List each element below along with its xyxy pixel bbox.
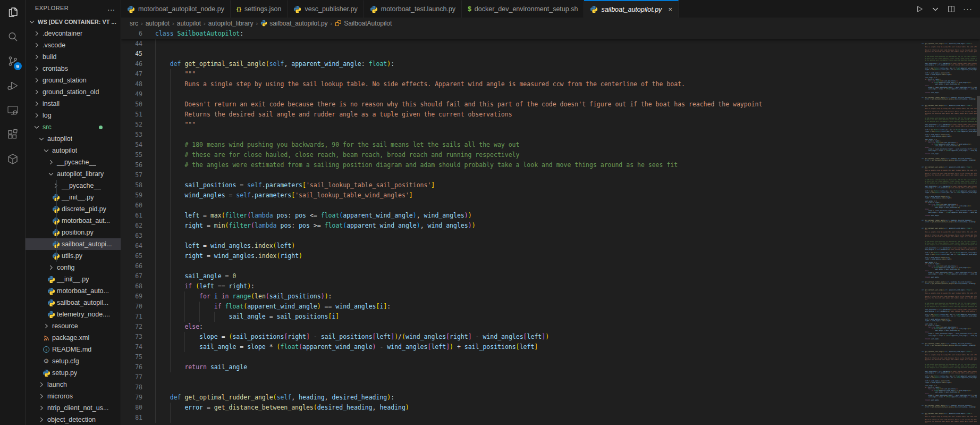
tree-item-setup.py[interactable]: setup.py xyxy=(26,367,121,379)
code-line-75[interactable]: 75 xyxy=(121,352,980,362)
tree-item-build[interactable]: build xyxy=(26,51,121,63)
code-line-79[interactable]: 79 def get_optimal_rudder_angle(self, he… xyxy=(121,393,980,403)
tree-item-readme.md[interactable]: iREADME.md xyxy=(26,344,121,355)
remote-explorer-icon[interactable] xyxy=(0,98,26,122)
code-line-73[interactable]: 73 slope = (sail_positions[right] - sail… xyxy=(121,332,980,342)
code-line-81[interactable]: 81 xyxy=(121,413,980,423)
code-line-60[interactable]: 60 xyxy=(121,201,980,211)
breadcrumb-item-sailboat_autopilot.py[interactable]: sailboat_autopilot.py xyxy=(260,20,327,27)
code-line-72[interactable]: 72 else: xyxy=(121,322,980,332)
tree-item-.vscode[interactable]: .vscode xyxy=(26,39,121,51)
tree-item-__pycache__[interactable]: __pycache__ xyxy=(26,180,121,191)
tree-item-sailboat_autopi...[interactable]: sailboat_autopi... xyxy=(26,238,121,250)
code-line-67[interactable]: 67 sail_angle = 0 xyxy=(121,271,980,281)
run-debug-icon[interactable] xyxy=(0,73,26,98)
extensions-icon[interactable] xyxy=(0,122,26,147)
code-line-63[interactable]: 63 xyxy=(121,231,980,241)
minimap[interactable]: def get_optimal_sail_angle(self, apparen… xyxy=(918,40,977,425)
code-line-80[interactable]: 80 error = get_distance_between_angles(d… xyxy=(121,403,980,413)
code-line-62[interactable]: 62 right = min(filter(lambda pos: pos >=… xyxy=(121,221,980,231)
code-line-70[interactable]: 70 if float(apparent_wind_angle) == wind… xyxy=(121,302,980,312)
tree-item-ground_station_old[interactable]: ground_station_old xyxy=(26,86,121,98)
code-line-55[interactable]: 55 # these are for close hauled, close r… xyxy=(121,150,980,160)
tree-item-motorboat_auto...[interactable]: motorboat_auto... xyxy=(26,285,121,297)
tab-settings.json[interactable]: {}settings.json xyxy=(231,0,288,18)
tab-motorboat_test.launch.py[interactable]: motorboat_test.launch.py xyxy=(364,0,462,18)
code-line-48[interactable]: 48 Runs a single step by using the sail … xyxy=(121,79,980,89)
tree-item-telemetry_node....[interactable]: telemetry_node.... xyxy=(26,309,121,320)
tree-item-motorboat_aut...[interactable]: motorboat_aut... xyxy=(26,215,121,227)
code-line-56[interactable]: 56 # the angles were estimated from a sa… xyxy=(121,160,980,170)
explorer-more-actions-icon[interactable]: ... xyxy=(107,4,115,12)
tree-item-package.xml[interactable]: package.xml xyxy=(26,332,121,344)
tree-item-autopilot[interactable]: autopilot xyxy=(26,133,121,145)
tree-item-ground_station[interactable]: ground_station xyxy=(26,74,121,86)
run-dropdown-icon[interactable] xyxy=(931,5,940,13)
tree-item-resource[interactable]: resource xyxy=(26,320,121,332)
tab-vesc_publisher.py[interactable]: vesc_publisher.py xyxy=(288,0,364,18)
tree-item-src[interactable]: src xyxy=(26,121,121,133)
tree-item-setup.cfg[interactable]: ⚙setup.cfg xyxy=(26,355,121,367)
code-line-59[interactable]: 59 wind_angles = self.parameters['sail_l… xyxy=(121,190,980,201)
tree-item-autopilot_library[interactable]: autopilot_library xyxy=(26,168,121,180)
code-line-65[interactable]: 65 right = wind_angles.index(right) xyxy=(121,251,980,261)
code-line-52[interactable]: 52 """ xyxy=(121,120,980,130)
tab-motorboat_autopilot_node.py[interactable]: motorboat_autopilot_node.py xyxy=(121,0,231,18)
tree-item-__pycache__[interactable]: __pycache__ xyxy=(26,156,121,168)
code-line-50[interactable]: 50 Doesn't return an exit code because t… xyxy=(121,99,980,110)
code-line-71[interactable]: 71 sail_angle = sail_positions[i] xyxy=(121,312,980,322)
package-icon[interactable] xyxy=(0,147,26,171)
code-line-45[interactable]: 45 xyxy=(121,49,980,59)
code-line-51[interactable]: 51 Returns the desired sail angle and ru… xyxy=(121,110,980,120)
code-line-68[interactable]: 68 if (left == right): xyxy=(121,281,980,291)
search-icon[interactable] xyxy=(0,24,26,49)
tree-item-launch[interactable]: launch xyxy=(26,379,121,390)
breadcrumb-item-sailboatautopilot[interactable]: SailboatAutopilot xyxy=(335,20,392,27)
code-line-58[interactable]: 58 sail_positions = self.parameters['sai… xyxy=(121,180,980,190)
tree-item-install[interactable]: install xyxy=(26,98,121,110)
explorer-icon[interactable] xyxy=(0,0,26,24)
breadcrumb-item-autopilot_library[interactable]: autopilot_library xyxy=(208,20,254,27)
code-area[interactable]: 6class SailboatAutopilot: 444546 def get… xyxy=(121,29,980,425)
source-control-icon[interactable]: 9 xyxy=(0,49,26,73)
tab-docker_dev_environment_setup.sh[interactable]: $docker_dev_environment_setup.sh xyxy=(462,0,584,18)
tree-item-crontabs[interactable]: crontabs xyxy=(26,63,121,74)
split-editor-icon[interactable] xyxy=(947,5,956,13)
more-actions-icon[interactable]: ··· xyxy=(963,4,973,13)
code-line-49[interactable]: 49 xyxy=(121,89,980,99)
tab-sailboat_autopilot.py[interactable]: sailboat_autopilot.py× xyxy=(584,0,679,18)
run-icon[interactable] xyxy=(915,5,924,13)
sticky-scroll-line[interactable]: 6class SailboatAutopilot: xyxy=(121,29,980,39)
code-line-64[interactable]: 64 left = wind_angles.index(left) xyxy=(121,241,980,251)
tree-item-autopilot[interactable]: autopilot xyxy=(26,145,121,156)
tree-item-object_detection[interactable]: object_detection xyxy=(26,414,121,425)
code-line-47[interactable]: 47 """ xyxy=(121,69,980,79)
code-line-74[interactable]: 74 sail_angle = slope * (float(apparent_… xyxy=(121,342,980,352)
code-line-69[interactable]: 69 for i in range(len(sail_positions)): xyxy=(121,291,980,302)
tree-item-discrete_pid.py[interactable]: discrete_pid.py xyxy=(26,203,121,215)
code-line-77[interactable]: 77 xyxy=(121,372,980,382)
code-line-78[interactable]: 78 xyxy=(121,382,980,393)
sticky-line[interactable]: 6class SailboatAutopilot: xyxy=(121,29,980,39)
scrollbar-thumb[interactable] xyxy=(977,96,980,136)
code-line-61[interactable]: 61 left = max(filter(lambda pos: pos <= … xyxy=(121,211,980,221)
tree-item-__init__.py[interactable]: __init__.py xyxy=(26,191,121,203)
code-line-53[interactable]: 53 xyxy=(121,130,980,140)
tree-item-.devcontainer[interactable]: .devcontainer xyxy=(26,28,121,39)
tree-item-position.py[interactable]: position.py xyxy=(26,227,121,238)
breadcrumb-item-autopilot[interactable]: autopilot xyxy=(177,20,201,27)
breadcrumb-item-src[interactable]: src xyxy=(130,20,138,27)
code-line-76[interactable]: 76 return sail_angle xyxy=(121,362,980,372)
tree-item-microros[interactable]: microros xyxy=(26,390,121,402)
code-line-57[interactable]: 57 xyxy=(121,170,980,180)
code-line-66[interactable]: 66 xyxy=(121,261,980,271)
code-line-44[interactable]: 44 xyxy=(121,39,980,49)
breadcrumb-item-autopilot[interactable]: autopilot xyxy=(146,20,170,27)
code-line-46[interactable]: 46 def get_optimal_sail_angle(self, appa… xyxy=(121,59,980,69)
tree-item-ws-dev-container-vt-...[interactable]: WS [DEV CONTAINER: VT ... xyxy=(26,16,121,28)
tree-item-ntrip_client_not_us...[interactable]: ntrip_client_not_us... xyxy=(26,402,121,414)
tree-item-utils.py[interactable]: utils.py xyxy=(26,250,121,262)
tree-item-sailboat_autopil...[interactable]: sailboat_autopil... xyxy=(26,297,121,309)
tree-item-config[interactable]: config xyxy=(26,262,121,273)
tree-item-log[interactable]: log xyxy=(26,110,121,121)
